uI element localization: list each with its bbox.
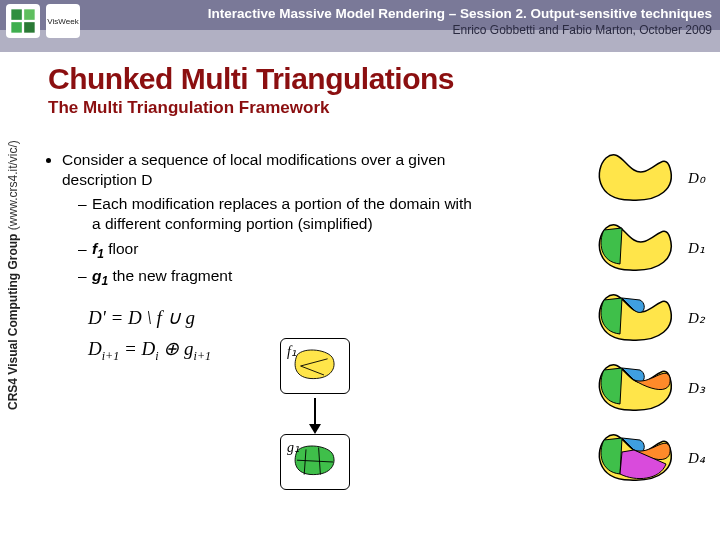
header-title-block: Interactive Massive Model Rendering – Se… <box>152 6 712 37</box>
d2-label: D₂ <box>688 309 710 327</box>
arrow-stem-icon <box>314 398 316 426</box>
math-line-1: D' = D \ f ∪ g <box>88 306 478 331</box>
bullet-1b: f1 floor <box>78 239 478 263</box>
d0-shape-icon <box>590 150 680 206</box>
bullet-1a: Each modification replaces a portion of … <box>78 194 478 234</box>
g1-shape: g₁ <box>280 434 350 490</box>
d2-shape-icon <box>590 290 680 346</box>
d4-label: D₄ <box>688 449 710 467</box>
d1-label: D₁ <box>688 239 710 257</box>
content-body: Consider a sequence of local modificatio… <box>48 150 478 370</box>
bullet-1-text: Consider a sequence of local modificatio… <box>62 151 445 188</box>
rc-row-d1: D₁ <box>590 220 710 276</box>
bullet-1c: g1 the new fragment <box>78 266 478 290</box>
rc-row-d3: D₃ <box>590 360 710 416</box>
bullet-1: Consider a sequence of local modificatio… <box>62 150 478 290</box>
svg-rect-3 <box>24 22 34 32</box>
header-bar: VisWeek Interactive Massive Model Render… <box>0 0 720 52</box>
math-l2-eq: = D <box>119 338 155 359</box>
math-l2-d: D <box>88 338 102 359</box>
svg-rect-0 <box>11 9 21 19</box>
session-title: Interactive Massive Model Rendering – Se… <box>152 6 712 21</box>
sidebar-url: (www.crs4.it/vic/) <box>6 140 20 230</box>
visweek-logo-icon: VisWeek <box>46 4 80 38</box>
math-l2-sub3: i+1 <box>194 348 211 362</box>
bullet-1b-sub: 1 <box>97 247 104 261</box>
d0-label: D₀ <box>688 169 710 187</box>
rc-row-d4: D₄ <box>590 430 710 486</box>
header-logos: VisWeek <box>6 4 80 38</box>
crs4-logo-icon <box>6 4 40 38</box>
d3-shape-icon <box>590 360 680 416</box>
svg-rect-1 <box>24 9 34 19</box>
rc-row-d2: D₂ <box>590 290 710 346</box>
d4-shape-icon <box>590 430 680 486</box>
d3-label: D₃ <box>688 379 710 397</box>
f1-label: f₁ <box>287 343 297 360</box>
g1-label: g₁ <box>287 439 300 456</box>
sidebar-attribution: CRS4 Visual Computing Group (www.crs4.it… <box>6 140 20 410</box>
f1-shape: f₁ <box>280 338 350 394</box>
authors-line: Enrico Gobbetti and Fabio Marton, Octobe… <box>152 23 712 37</box>
math-l2-sub1: i+1 <box>102 348 119 362</box>
page-subtitle: The Multi Triangulation Framework <box>48 98 720 118</box>
fg-diagram: f₁ g₁ <box>260 338 370 490</box>
bullet-1b-suffix: floor <box>104 240 138 257</box>
bullet-1c-suffix: the new fragment <box>108 267 232 284</box>
d1-shape-icon <box>590 220 680 276</box>
math-l2-op: ⊕ g <box>159 338 194 359</box>
visweek-logo-label: VisWeek <box>47 17 78 26</box>
sidebar-group: CRS4 Visual Computing Group <box>6 234 20 410</box>
rc-row-d0: D₀ <box>590 150 710 206</box>
right-column: D₀ D₁ D₂ D₃ D₄ <box>590 150 710 486</box>
arrow-down-icon <box>309 424 321 434</box>
svg-rect-2 <box>11 22 21 32</box>
page-title: Chunked Multi Triangulations <box>48 62 720 96</box>
